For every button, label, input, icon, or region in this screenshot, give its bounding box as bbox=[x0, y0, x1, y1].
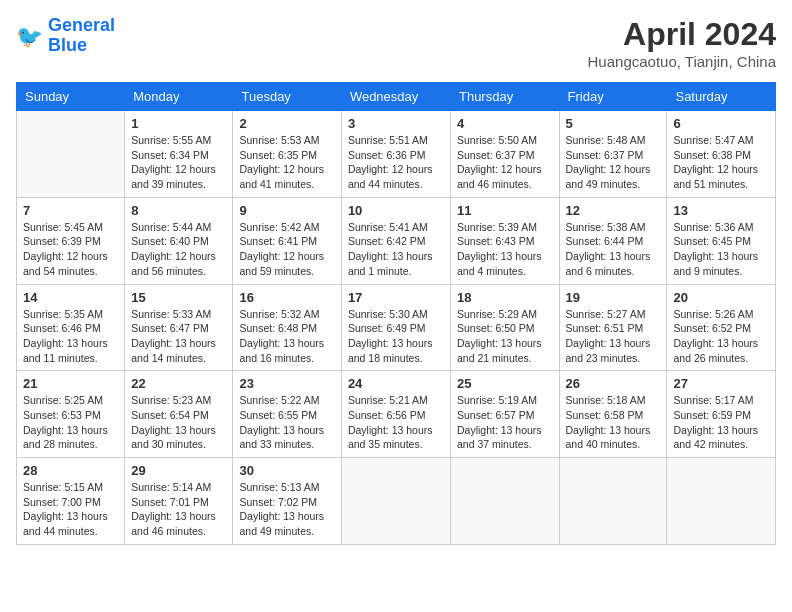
calendar-week-row: 21Sunrise: 5:25 AM Sunset: 6:53 PM Dayli… bbox=[17, 371, 776, 458]
svg-text:🐦: 🐦 bbox=[16, 23, 44, 50]
calendar-cell: 25Sunrise: 5:19 AM Sunset: 6:57 PM Dayli… bbox=[450, 371, 559, 458]
day-number: 23 bbox=[239, 376, 334, 391]
day-number: 15 bbox=[131, 290, 226, 305]
cell-info: Sunrise: 5:22 AM Sunset: 6:55 PM Dayligh… bbox=[239, 393, 334, 452]
calendar-cell: 14Sunrise: 5:35 AM Sunset: 6:46 PM Dayli… bbox=[17, 284, 125, 371]
cell-info: Sunrise: 5:17 AM Sunset: 6:59 PM Dayligh… bbox=[673, 393, 769, 452]
cell-info: Sunrise: 5:32 AM Sunset: 6:48 PM Dayligh… bbox=[239, 307, 334, 366]
cell-info: Sunrise: 5:30 AM Sunset: 6:49 PM Dayligh… bbox=[348, 307, 444, 366]
cell-info: Sunrise: 5:48 AM Sunset: 6:37 PM Dayligh… bbox=[566, 133, 661, 192]
calendar-cell: 23Sunrise: 5:22 AM Sunset: 6:55 PM Dayli… bbox=[233, 371, 341, 458]
calendar-cell: 9Sunrise: 5:42 AM Sunset: 6:41 PM Daylig… bbox=[233, 197, 341, 284]
day-number: 21 bbox=[23, 376, 118, 391]
day-number: 11 bbox=[457, 203, 553, 218]
cell-info: Sunrise: 5:39 AM Sunset: 6:43 PM Dayligh… bbox=[457, 220, 553, 279]
page-header: 🐦 General Blue April 2024 Huangcaotuo, T… bbox=[16, 16, 776, 70]
calendar-cell: 19Sunrise: 5:27 AM Sunset: 6:51 PM Dayli… bbox=[559, 284, 667, 371]
calendar-cell: 5Sunrise: 5:48 AM Sunset: 6:37 PM Daylig… bbox=[559, 111, 667, 198]
calendar-cell: 7Sunrise: 5:45 AM Sunset: 6:39 PM Daylig… bbox=[17, 197, 125, 284]
weekday-header: Monday bbox=[125, 83, 233, 111]
calendar-cell: 13Sunrise: 5:36 AM Sunset: 6:45 PM Dayli… bbox=[667, 197, 776, 284]
day-number: 16 bbox=[239, 290, 334, 305]
day-number: 30 bbox=[239, 463, 334, 478]
calendar-week-row: 28Sunrise: 5:15 AM Sunset: 7:00 PM Dayli… bbox=[17, 458, 776, 545]
calendar-week-row: 14Sunrise: 5:35 AM Sunset: 6:46 PM Dayli… bbox=[17, 284, 776, 371]
day-number: 26 bbox=[566, 376, 661, 391]
calendar-cell: 28Sunrise: 5:15 AM Sunset: 7:00 PM Dayli… bbox=[17, 458, 125, 545]
cell-info: Sunrise: 5:27 AM Sunset: 6:51 PM Dayligh… bbox=[566, 307, 661, 366]
calendar-cell: 21Sunrise: 5:25 AM Sunset: 6:53 PM Dayli… bbox=[17, 371, 125, 458]
calendar-cell bbox=[667, 458, 776, 545]
cell-info: Sunrise: 5:25 AM Sunset: 6:53 PM Dayligh… bbox=[23, 393, 118, 452]
cell-info: Sunrise: 5:33 AM Sunset: 6:47 PM Dayligh… bbox=[131, 307, 226, 366]
day-number: 6 bbox=[673, 116, 769, 131]
cell-info: Sunrise: 5:47 AM Sunset: 6:38 PM Dayligh… bbox=[673, 133, 769, 192]
day-number: 14 bbox=[23, 290, 118, 305]
header-row: SundayMondayTuesdayWednesdayThursdayFrid… bbox=[17, 83, 776, 111]
day-number: 25 bbox=[457, 376, 553, 391]
cell-info: Sunrise: 5:26 AM Sunset: 6:52 PM Dayligh… bbox=[673, 307, 769, 366]
calendar-cell: 6Sunrise: 5:47 AM Sunset: 6:38 PM Daylig… bbox=[667, 111, 776, 198]
calendar-cell: 2Sunrise: 5:53 AM Sunset: 6:35 PM Daylig… bbox=[233, 111, 341, 198]
day-number: 29 bbox=[131, 463, 226, 478]
cell-info: Sunrise: 5:29 AM Sunset: 6:50 PM Dayligh… bbox=[457, 307, 553, 366]
cell-info: Sunrise: 5:44 AM Sunset: 6:40 PM Dayligh… bbox=[131, 220, 226, 279]
calendar-cell: 16Sunrise: 5:32 AM Sunset: 6:48 PM Dayli… bbox=[233, 284, 341, 371]
calendar-cell bbox=[341, 458, 450, 545]
cell-info: Sunrise: 5:18 AM Sunset: 6:58 PM Dayligh… bbox=[566, 393, 661, 452]
day-number: 12 bbox=[566, 203, 661, 218]
cell-info: Sunrise: 5:21 AM Sunset: 6:56 PM Dayligh… bbox=[348, 393, 444, 452]
location: Huangcaotuo, Tianjin, China bbox=[588, 53, 776, 70]
calendar-cell: 27Sunrise: 5:17 AM Sunset: 6:59 PM Dayli… bbox=[667, 371, 776, 458]
calendar-cell: 8Sunrise: 5:44 AM Sunset: 6:40 PM Daylig… bbox=[125, 197, 233, 284]
day-number: 8 bbox=[131, 203, 226, 218]
day-number: 19 bbox=[566, 290, 661, 305]
calendar-cell bbox=[450, 458, 559, 545]
cell-info: Sunrise: 5:35 AM Sunset: 6:46 PM Dayligh… bbox=[23, 307, 118, 366]
calendar-cell: 24Sunrise: 5:21 AM Sunset: 6:56 PM Dayli… bbox=[341, 371, 450, 458]
calendar-cell: 20Sunrise: 5:26 AM Sunset: 6:52 PM Dayli… bbox=[667, 284, 776, 371]
calendar-cell: 18Sunrise: 5:29 AM Sunset: 6:50 PM Dayli… bbox=[450, 284, 559, 371]
day-number: 1 bbox=[131, 116, 226, 131]
calendar-cell: 1Sunrise: 5:55 AM Sunset: 6:34 PM Daylig… bbox=[125, 111, 233, 198]
calendar-cell: 4Sunrise: 5:50 AM Sunset: 6:37 PM Daylig… bbox=[450, 111, 559, 198]
day-number: 5 bbox=[566, 116, 661, 131]
cell-info: Sunrise: 5:42 AM Sunset: 6:41 PM Dayligh… bbox=[239, 220, 334, 279]
calendar-week-row: 1Sunrise: 5:55 AM Sunset: 6:34 PM Daylig… bbox=[17, 111, 776, 198]
cell-info: Sunrise: 5:23 AM Sunset: 6:54 PM Dayligh… bbox=[131, 393, 226, 452]
cell-info: Sunrise: 5:14 AM Sunset: 7:01 PM Dayligh… bbox=[131, 480, 226, 539]
cell-info: Sunrise: 5:19 AM Sunset: 6:57 PM Dayligh… bbox=[457, 393, 553, 452]
day-number: 10 bbox=[348, 203, 444, 218]
cell-info: Sunrise: 5:53 AM Sunset: 6:35 PM Dayligh… bbox=[239, 133, 334, 192]
cell-info: Sunrise: 5:51 AM Sunset: 6:36 PM Dayligh… bbox=[348, 133, 444, 192]
month-year: April 2024 bbox=[588, 16, 776, 53]
cell-info: Sunrise: 5:45 AM Sunset: 6:39 PM Dayligh… bbox=[23, 220, 118, 279]
calendar-body: 1Sunrise: 5:55 AM Sunset: 6:34 PM Daylig… bbox=[17, 111, 776, 545]
cell-info: Sunrise: 5:36 AM Sunset: 6:45 PM Dayligh… bbox=[673, 220, 769, 279]
day-number: 20 bbox=[673, 290, 769, 305]
day-number: 7 bbox=[23, 203, 118, 218]
day-number: 28 bbox=[23, 463, 118, 478]
calendar-table: SundayMondayTuesdayWednesdayThursdayFrid… bbox=[16, 82, 776, 545]
day-number: 13 bbox=[673, 203, 769, 218]
cell-info: Sunrise: 5:50 AM Sunset: 6:37 PM Dayligh… bbox=[457, 133, 553, 192]
calendar-cell: 26Sunrise: 5:18 AM Sunset: 6:58 PM Dayli… bbox=[559, 371, 667, 458]
day-number: 18 bbox=[457, 290, 553, 305]
weekday-header: Tuesday bbox=[233, 83, 341, 111]
calendar-cell: 22Sunrise: 5:23 AM Sunset: 6:54 PM Dayli… bbox=[125, 371, 233, 458]
weekday-header: Friday bbox=[559, 83, 667, 111]
calendar-cell: 29Sunrise: 5:14 AM Sunset: 7:01 PM Dayli… bbox=[125, 458, 233, 545]
cell-info: Sunrise: 5:13 AM Sunset: 7:02 PM Dayligh… bbox=[239, 480, 334, 539]
day-number: 22 bbox=[131, 376, 226, 391]
calendar-cell: 30Sunrise: 5:13 AM Sunset: 7:02 PM Dayli… bbox=[233, 458, 341, 545]
day-number: 4 bbox=[457, 116, 553, 131]
logo: 🐦 General Blue bbox=[16, 16, 115, 56]
day-number: 2 bbox=[239, 116, 334, 131]
calendar-cell bbox=[17, 111, 125, 198]
weekday-header: Sunday bbox=[17, 83, 125, 111]
calendar-cell: 11Sunrise: 5:39 AM Sunset: 6:43 PM Dayli… bbox=[450, 197, 559, 284]
weekday-header: Wednesday bbox=[341, 83, 450, 111]
day-number: 9 bbox=[239, 203, 334, 218]
cell-info: Sunrise: 5:55 AM Sunset: 6:34 PM Dayligh… bbox=[131, 133, 226, 192]
day-number: 3 bbox=[348, 116, 444, 131]
